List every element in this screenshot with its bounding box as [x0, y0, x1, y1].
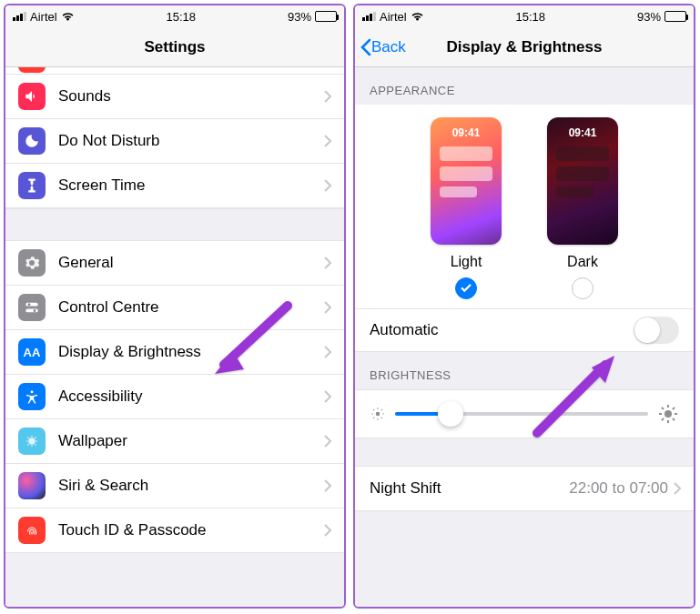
section-header-brightness: Brightness: [355, 352, 694, 389]
night-shift-label: Night Shift: [370, 479, 569, 498]
row-label: Touch ID & Passcode: [58, 521, 324, 539]
automatic-label: Automatic: [370, 321, 439, 339]
chevron-right-icon: [324, 435, 331, 448]
settings-row-siri[interactable]: Siri & Search: [5, 464, 344, 508]
settings-row-accessibility[interactable]: Accessibility: [5, 375, 344, 419]
touchid-icon: [18, 517, 46, 544]
control-centre-icon: [18, 294, 46, 321]
brightness-panel: [355, 389, 694, 438]
display-settings[interactable]: Appearance 09:41 Light 09:41: [355, 67, 694, 607]
appearance-choice-light[interactable]: 09:41 Light: [431, 117, 502, 299]
automatic-row: Automatic: [355, 308, 694, 352]
chevron-right-icon: [324, 257, 331, 269]
appearance-panel: 09:41 Light 09:41 Dark: [355, 105, 694, 308]
general-icon: [18, 249, 46, 277]
group-separator: [5, 208, 344, 241]
chevron-right-icon: [324, 390, 331, 403]
sounds-icon: [18, 83, 46, 110]
brightness-slider[interactable]: [395, 412, 648, 416]
section-header-appearance: Appearance: [355, 67, 694, 105]
check-icon: [460, 282, 472, 295]
night-shift-row[interactable]: Night Shift 22:00 to 07:00: [355, 466, 694, 511]
wifi-icon: [411, 11, 424, 22]
svg-point-2: [28, 303, 31, 306]
dnd-icon: [18, 127, 46, 155]
automatic-toggle[interactable]: [634, 317, 679, 344]
navbar: Back Display & Brightness: [355, 27, 694, 67]
carrier-label: Airtel: [380, 10, 407, 24]
appearance-choice-dark[interactable]: 09:41 Dark: [547, 117, 618, 299]
settings-row-sounds[interactable]: Sounds: [5, 75, 344, 119]
light-label: Light: [451, 254, 482, 270]
carrier-label: Airtel: [30, 10, 57, 24]
back-label: Back: [371, 38, 406, 56]
battery-icon: [315, 11, 337, 22]
preview-time: 09:41: [431, 126, 502, 139]
chevron-left-icon: [360, 38, 371, 56]
status-bar: Airtel 15:18 93%: [355, 5, 694, 27]
navbar: Settings: [5, 27, 344, 67]
svg-point-3: [34, 309, 36, 312]
night-shift-value: 22:00 to 07:00: [569, 479, 668, 498]
svg-point-5: [28, 438, 36, 445]
settings-row-dnd[interactable]: Do Not Disturb: [5, 119, 344, 164]
row-label: Accessibility: [58, 388, 324, 406]
sun-small-icon: [370, 406, 386, 422]
light-preview: 09:41: [431, 117, 502, 245]
settings-row-wallpaper[interactable]: Wallpaper: [5, 419, 344, 464]
svg-rect-0: [25, 303, 38, 307]
partial-row-top: [5, 67, 344, 75]
display-icon: AA: [18, 338, 46, 366]
row-label: Screen Time: [58, 176, 324, 195]
page-title: Settings: [144, 38, 205, 56]
row-label: Control Centre: [58, 298, 324, 317]
preview-time: 09:41: [547, 126, 618, 139]
settings-row-display-brightness[interactable]: AA Display & Brightness: [5, 330, 344, 375]
phone-right-display: Airtel 15:18 93% Back Display & Brightne…: [353, 4, 695, 609]
svg-point-7: [664, 410, 672, 418]
page-title: Display & Brightness: [447, 38, 603, 56]
dark-preview: 09:41: [547, 117, 618, 245]
sun-large-icon: [657, 403, 679, 425]
wifi-icon: [61, 11, 75, 22]
signal-icon: [362, 12, 376, 21]
status-bar: Airtel 15:18 93%: [5, 5, 344, 27]
radio-light[interactable]: [455, 277, 477, 299]
settings-row-control-centre[interactable]: Control Centre: [5, 286, 344, 330]
siri-icon: [18, 472, 46, 499]
row-label: Wallpaper: [58, 432, 324, 450]
battery-pct: 93%: [637, 10, 661, 24]
chevron-right-icon: [324, 179, 331, 192]
chevron-right-icon: [324, 346, 331, 358]
row-label: Siri & Search: [58, 477, 324, 495]
back-button[interactable]: Back: [360, 38, 406, 56]
row-label: Do Not Disturb: [58, 132, 324, 150]
row-label: General: [58, 254, 324, 272]
time-label: 15:18: [167, 10, 197, 24]
row-label: Display & Brightness: [58, 343, 324, 361]
battery-pct: 93%: [288, 10, 311, 24]
settings-row-screentime[interactable]: Screen Time: [5, 164, 344, 208]
chevron-right-icon: [324, 90, 331, 103]
chevron-right-icon: [324, 524, 331, 537]
signal-icon: [13, 12, 26, 21]
chevron-right-icon: [324, 135, 331, 147]
chevron-right-icon: [324, 479, 331, 492]
svg-rect-1: [25, 309, 38, 313]
phone-left-settings: Airtel 15:18 93% Settings Sounds Do Not …: [4, 4, 346, 609]
time-label: 15:18: [516, 10, 546, 24]
wallpaper-icon: [18, 428, 46, 455]
dark-label: Dark: [567, 254, 598, 270]
row-label: Sounds: [58, 87, 324, 106]
settings-row-touchid[interactable]: Touch ID & Passcode: [5, 508, 344, 553]
chevron-right-icon: [674, 482, 681, 495]
svg-point-6: [376, 412, 380, 417]
settings-row-general[interactable]: General: [5, 241, 344, 286]
settings-list[interactable]: Sounds Do Not Disturb Screen Time Genera…: [5, 67, 344, 607]
battery-icon: [664, 11, 686, 22]
accessibility-icon: [18, 383, 46, 410]
svg-point-4: [31, 390, 34, 393]
slider-knob[interactable]: [438, 401, 463, 427]
screentime-icon: [18, 172, 46, 199]
radio-dark[interactable]: [572, 277, 593, 299]
